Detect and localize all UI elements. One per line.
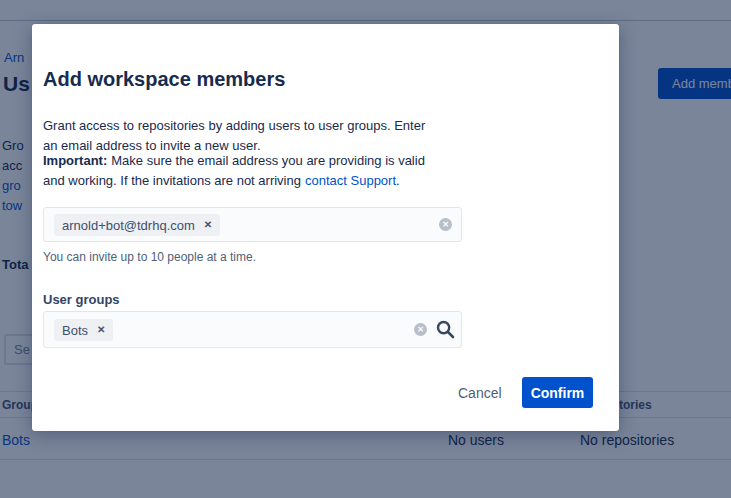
group-chip: Bots ✕ — [54, 319, 113, 341]
email-input[interactable]: arnold+bot@tdrhq.com ✕ ✕ — [43, 207, 462, 242]
chip-remove-icon[interactable]: ✕ — [204, 220, 212, 230]
groups-clear-icon[interactable]: ✕ — [414, 323, 427, 336]
contact-support-link[interactable]: contact Support — [305, 173, 396, 188]
confirm-button[interactable]: Confirm — [522, 377, 593, 408]
cancel-button[interactable]: Cancel — [450, 381, 510, 405]
important-note: Important:Make sure the email address yo… — [43, 153, 425, 168]
add-members-dialog: Add workspace members Grant access to re… — [32, 24, 619, 431]
user-groups-label: User groups — [43, 292, 120, 307]
user-groups-input[interactable]: Bots ✕ ✕ — [43, 311, 462, 348]
chip-remove-icon[interactable]: ✕ — [97, 325, 105, 335]
important-label: Important: — [43, 153, 107, 168]
important-note: and working. If the invitations are not … — [43, 173, 400, 188]
email-clear-icon[interactable]: ✕ — [439, 218, 452, 231]
email-chip: arnold+bot@tdrhq.com ✕ — [54, 214, 220, 236]
dialog-description: Grant access to repositories by adding u… — [43, 118, 425, 133]
screen: Arn Us Gro acc gro tow Tota Add members … — [0, 0, 731, 498]
search-icon[interactable] — [435, 319, 456, 340]
dialog-description: an email address to invite a new user. — [43, 138, 261, 153]
dialog-title: Add workspace members — [43, 68, 285, 91]
invite-limit-helper: You can invite up to 10 people at a time… — [43, 250, 256, 264]
